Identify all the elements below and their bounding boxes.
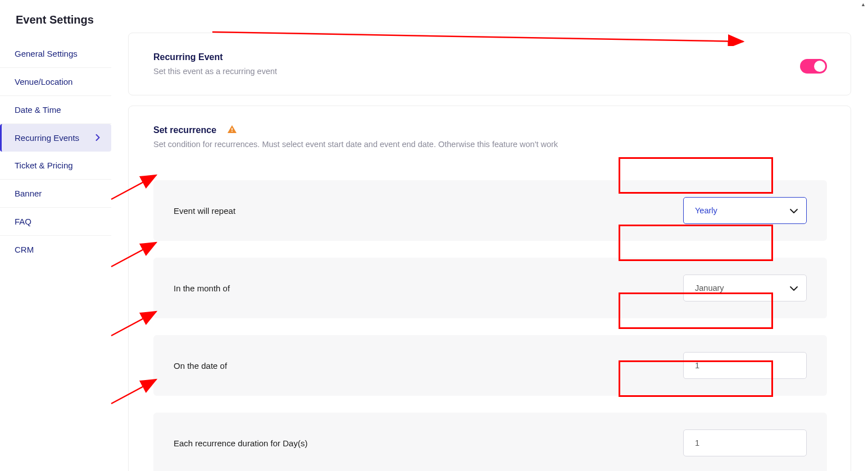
duration-input[interactable]: [683, 429, 807, 456]
sidebar-item-banner[interactable]: Banner: [0, 180, 111, 208]
row-month-of: In the month of: [153, 258, 827, 318]
row-label: In the month of: [174, 283, 230, 293]
svg-rect-0: [231, 128, 233, 130]
month-select[interactable]: [683, 275, 807, 301]
warning-icon: [228, 125, 237, 135]
row-duration: Each recurrence duration for Day(s): [153, 413, 827, 471]
set-recurrence-subtitle: Set condition for recurrences. Must sele…: [153, 140, 827, 149]
sidebar-item-ticket-pricing[interactable]: Ticket & Pricing: [0, 152, 111, 180]
row-label: Event will repeat: [174, 206, 235, 216]
sidebar-item-label: General Settings: [15, 49, 78, 58]
row-label: On the date of: [174, 361, 227, 371]
toggle-knob: [814, 61, 825, 72]
recurring-title: Recurring Event: [153, 52, 277, 62]
chevron-right-icon: [96, 134, 100, 143]
sidebar-item-date-time[interactable]: Date & Time: [0, 96, 111, 124]
recurring-subtitle: Set this event as a recurring event: [153, 67, 277, 76]
page-title: Event Settings: [0, 8, 111, 40]
sidebar-item-general-settings[interactable]: General Settings: [0, 40, 111, 68]
sidebar-item-faq[interactable]: FAQ: [0, 208, 111, 236]
date-input[interactable]: [683, 352, 807, 379]
sidebar-item-label: Date & Time: [15, 105, 61, 115]
scroll-up-icon[interactable]: ▲: [861, 2, 866, 7]
row-event-will-repeat: Event will repeat: [153, 180, 827, 241]
row-date-of: On the date of: [153, 335, 827, 396]
sidebar-item-venue-location[interactable]: Venue/Location: [0, 68, 111, 96]
sidebar-item-crm[interactable]: CRM: [0, 236, 111, 263]
sidebar-item-label: CRM: [15, 245, 34, 254]
sidebar-item-label: Ticket & Pricing: [15, 161, 73, 170]
repeat-select-wrap: [683, 197, 807, 224]
sidebar-item-label: Banner: [15, 189, 42, 198]
row-label: Each recurrence duration for Day(s): [174, 438, 307, 448]
set-recurrence-card: Set recurrence Set condition for recurre…: [128, 106, 851, 471]
sidebar-item-recurring-events[interactable]: Recurring Events: [0, 124, 111, 152]
sidebar-item-label: Venue/Location: [15, 77, 72, 86]
repeat-select[interactable]: [683, 197, 807, 224]
recurring-toggle[interactable]: [800, 59, 827, 74]
set-recurrence-title: Set recurrence: [153, 125, 216, 135]
main-content: Recurring Event Set this event as a recu…: [111, 0, 868, 471]
month-select-wrap: [683, 275, 807, 301]
sidebar-item-label: FAQ: [15, 217, 31, 226]
svg-rect-1: [231, 131, 233, 132]
sidebar-item-label: Recurring Events: [15, 133, 79, 143]
sidebar: Event Settings General Settings Venue/Lo…: [0, 0, 111, 471]
recurring-event-card: Recurring Event Set this event as a recu…: [128, 33, 851, 95]
